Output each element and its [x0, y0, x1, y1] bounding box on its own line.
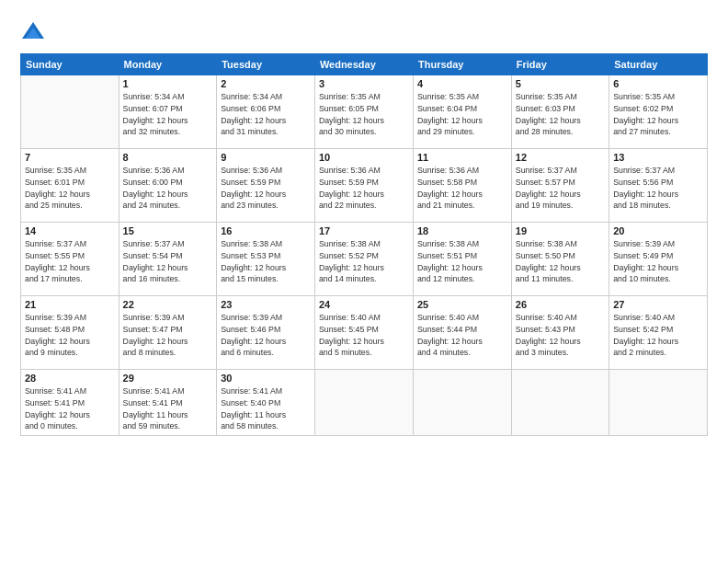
day-info: Sunrise: 5:38 AM Sunset: 5:52 PM Dayligh… [319, 238, 409, 285]
day-number: 15 [123, 225, 213, 236]
weekday-header-sunday: Sunday [21, 54, 119, 75]
day-number: 12 [516, 152, 605, 163]
day-info: Sunrise: 5:35 AM Sunset: 6:05 PM Dayligh… [319, 91, 409, 138]
calendar-cell: 20Sunrise: 5:39 AM Sunset: 5:49 PM Dayli… [609, 223, 708, 296]
day-info: Sunrise: 5:36 AM Sunset: 5:58 PM Dayligh… [417, 165, 507, 212]
calendar-cell: 4Sunrise: 5:35 AM Sunset: 6:04 PM Daylig… [413, 75, 511, 149]
day-info: Sunrise: 5:36 AM Sunset: 6:00 PM Dayligh… [123, 165, 213, 212]
calendar-cell: 7Sunrise: 5:35 AM Sunset: 6:01 PM Daylig… [21, 149, 119, 223]
day-number: 7 [25, 152, 115, 163]
day-info: Sunrise: 5:37 AM Sunset: 5:55 PM Dayligh… [25, 238, 115, 285]
logo [20, 20, 50, 46]
day-info: Sunrise: 5:34 AM Sunset: 6:06 PM Dayligh… [221, 91, 311, 138]
calendar-cell: 28Sunrise: 5:41 AM Sunset: 5:41 PM Dayli… [21, 370, 119, 436]
calendar-cell: 2Sunrise: 5:34 AM Sunset: 6:06 PM Daylig… [217, 75, 315, 149]
calendar-cell: 14Sunrise: 5:37 AM Sunset: 5:55 PM Dayli… [21, 223, 119, 296]
day-info: Sunrise: 5:38 AM Sunset: 5:50 PM Dayligh… [516, 238, 605, 285]
calendar-cell: 29Sunrise: 5:41 AM Sunset: 5:41 PM Dayli… [119, 370, 217, 436]
calendar-cell [314, 370, 413, 436]
day-info: Sunrise: 5:36 AM Sunset: 5:59 PM Dayligh… [319, 165, 409, 212]
day-number: 18 [417, 225, 507, 236]
weekday-header-row: SundayMondayTuesdayWednesdayThursdayFrid… [21, 54, 708, 75]
calendar-cell: 27Sunrise: 5:40 AM Sunset: 5:42 PM Dayli… [609, 296, 708, 370]
calendar-cell: 17Sunrise: 5:38 AM Sunset: 5:52 PM Dayli… [314, 223, 413, 296]
calendar-cell: 10Sunrise: 5:36 AM Sunset: 5:59 PM Dayli… [314, 149, 413, 223]
day-info: Sunrise: 5:40 AM Sunset: 5:44 PM Dayligh… [417, 312, 507, 359]
day-number: 30 [221, 373, 311, 384]
day-info: Sunrise: 5:35 AM Sunset: 6:03 PM Dayligh… [516, 91, 605, 138]
day-number: 27 [613, 299, 703, 310]
day-number: 25 [417, 299, 507, 310]
calendar-cell [413, 370, 511, 436]
day-number: 9 [221, 152, 311, 163]
day-info: Sunrise: 5:34 AM Sunset: 6:07 PM Dayligh… [123, 91, 213, 138]
weekday-header-monday: Monday [119, 54, 217, 75]
day-number: 19 [516, 225, 605, 236]
day-number: 2 [221, 78, 311, 89]
day-number: 17 [319, 225, 409, 236]
week-row-4: 21Sunrise: 5:39 AM Sunset: 5:48 PM Dayli… [21, 296, 708, 370]
calendar-cell: 15Sunrise: 5:37 AM Sunset: 5:54 PM Dayli… [119, 223, 217, 296]
day-number: 6 [613, 78, 703, 89]
day-info: Sunrise: 5:35 AM Sunset: 6:01 PM Dayligh… [25, 165, 115, 212]
calendar-cell: 3Sunrise: 5:35 AM Sunset: 6:05 PM Daylig… [314, 75, 413, 149]
weekday-header-friday: Friday [511, 54, 609, 75]
calendar-cell: 23Sunrise: 5:39 AM Sunset: 5:46 PM Dayli… [217, 296, 315, 370]
calendar-cell [21, 75, 119, 149]
calendar-cell: 5Sunrise: 5:35 AM Sunset: 6:03 PM Daylig… [511, 75, 609, 149]
day-number: 3 [319, 78, 409, 89]
day-info: Sunrise: 5:41 AM Sunset: 5:41 PM Dayligh… [123, 385, 213, 432]
week-row-2: 7Sunrise: 5:35 AM Sunset: 6:01 PM Daylig… [21, 149, 708, 223]
day-number: 23 [221, 299, 311, 310]
day-number: 21 [25, 299, 115, 310]
day-info: Sunrise: 5:35 AM Sunset: 6:04 PM Dayligh… [417, 91, 507, 138]
day-number: 11 [417, 152, 507, 163]
calendar-cell: 21Sunrise: 5:39 AM Sunset: 5:48 PM Dayli… [21, 296, 119, 370]
calendar-cell: 25Sunrise: 5:40 AM Sunset: 5:44 PM Dayli… [413, 296, 511, 370]
day-number: 1 [123, 78, 213, 89]
day-number: 8 [123, 152, 213, 163]
calendar-cell: 24Sunrise: 5:40 AM Sunset: 5:45 PM Dayli… [314, 296, 413, 370]
weekday-header-wednesday: Wednesday [314, 54, 413, 75]
day-info: Sunrise: 5:37 AM Sunset: 5:54 PM Dayligh… [123, 238, 213, 285]
day-info: Sunrise: 5:37 AM Sunset: 5:57 PM Dayligh… [516, 165, 605, 212]
calendar-cell: 8Sunrise: 5:36 AM Sunset: 6:00 PM Daylig… [119, 149, 217, 223]
day-info: Sunrise: 5:35 AM Sunset: 6:02 PM Dayligh… [613, 91, 703, 138]
day-number: 22 [123, 299, 213, 310]
day-info: Sunrise: 5:37 AM Sunset: 5:56 PM Dayligh… [613, 165, 703, 212]
week-row-5: 28Sunrise: 5:41 AM Sunset: 5:41 PM Dayli… [21, 370, 708, 436]
page: SundayMondayTuesdayWednesdayThursdayFrid… [0, 0, 728, 563]
day-number: 28 [25, 373, 115, 384]
calendar-cell [609, 370, 708, 436]
day-number: 24 [319, 299, 409, 310]
calendar-cell: 9Sunrise: 5:36 AM Sunset: 5:59 PM Daylig… [217, 149, 315, 223]
calendar-cell: 1Sunrise: 5:34 AM Sunset: 6:07 PM Daylig… [119, 75, 217, 149]
day-info: Sunrise: 5:40 AM Sunset: 5:45 PM Dayligh… [319, 312, 409, 359]
calendar-cell: 11Sunrise: 5:36 AM Sunset: 5:58 PM Dayli… [413, 149, 511, 223]
calendar-cell: 16Sunrise: 5:38 AM Sunset: 5:53 PM Dayli… [217, 223, 315, 296]
calendar-cell: 18Sunrise: 5:38 AM Sunset: 5:51 PM Dayli… [413, 223, 511, 296]
calendar-cell: 22Sunrise: 5:39 AM Sunset: 5:47 PM Dayli… [119, 296, 217, 370]
day-number: 16 [221, 225, 311, 236]
day-info: Sunrise: 5:39 AM Sunset: 5:49 PM Dayligh… [613, 238, 703, 285]
day-number: 5 [516, 78, 605, 89]
calendar-cell: 19Sunrise: 5:38 AM Sunset: 5:50 PM Dayli… [511, 223, 609, 296]
day-info: Sunrise: 5:41 AM Sunset: 5:40 PM Dayligh… [221, 385, 311, 432]
weekday-header-thursday: Thursday [413, 54, 511, 75]
day-number: 10 [319, 152, 409, 163]
calendar-table: SundayMondayTuesdayWednesdayThursdayFrid… [20, 53, 708, 436]
day-info: Sunrise: 5:39 AM Sunset: 5:48 PM Dayligh… [25, 312, 115, 359]
header [20, 17, 708, 46]
week-row-3: 14Sunrise: 5:37 AM Sunset: 5:55 PM Dayli… [21, 223, 708, 296]
day-info: Sunrise: 5:39 AM Sunset: 5:47 PM Dayligh… [123, 312, 213, 359]
day-info: Sunrise: 5:41 AM Sunset: 5:41 PM Dayligh… [25, 385, 115, 432]
weekday-header-tuesday: Tuesday [217, 54, 315, 75]
day-info: Sunrise: 5:38 AM Sunset: 5:51 PM Dayligh… [417, 238, 507, 285]
calendar-cell: 13Sunrise: 5:37 AM Sunset: 5:56 PM Dayli… [609, 149, 708, 223]
day-info: Sunrise: 5:39 AM Sunset: 5:46 PM Dayligh… [221, 312, 311, 359]
calendar-cell: 12Sunrise: 5:37 AM Sunset: 5:57 PM Dayli… [511, 149, 609, 223]
day-number: 20 [613, 225, 703, 236]
day-info: Sunrise: 5:40 AM Sunset: 5:42 PM Dayligh… [613, 312, 703, 359]
calendar-cell: 26Sunrise: 5:40 AM Sunset: 5:43 PM Dayli… [511, 296, 609, 370]
day-number: 4 [417, 78, 507, 89]
